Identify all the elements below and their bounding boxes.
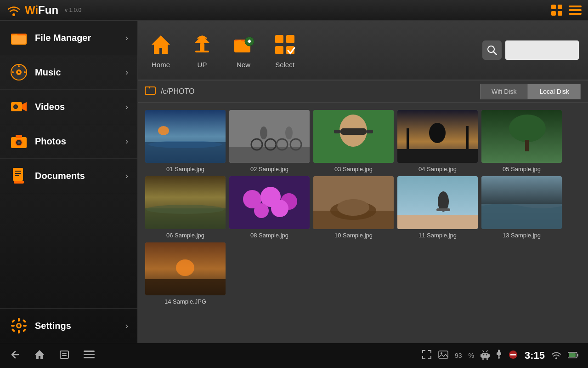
- documents-icon: [9, 166, 28, 185]
- sidebar-item-videos[interactable]: Videos ›: [0, 90, 137, 124]
- photo-thumbnail-8: [313, 176, 394, 229]
- music-arrow: ›: [125, 68, 128, 77]
- photo-item-6[interactable]: 06 Sample.jpg: [145, 176, 226, 239]
- grid-icon: [550, 4, 563, 17]
- expand-icon[interactable]: [422, 350, 432, 362]
- no-sim-icon: [508, 350, 518, 362]
- video-camera-icon: [10, 98, 28, 115]
- photo-name-9: 11 Sample.jpg: [418, 232, 457, 239]
- up-button[interactable]: UP: [188, 32, 216, 69]
- back-button[interactable]: [9, 349, 20, 362]
- svg-rect-103: [60, 351, 68, 358]
- svg-point-15: [12, 71, 14, 73]
- photo-name-4: 04 Sample.jpg: [418, 166, 457, 172]
- photo-item-7[interactable]: 08 Sample.jpg: [229, 176, 310, 239]
- home-button[interactable]: Home: [147, 32, 175, 69]
- photo-thumbnail-10: [481, 176, 562, 229]
- photo-grid: 01 Sample.jpg 02 Sample.jpg 03 Sample.jp…: [138, 103, 588, 343]
- photo-thumbnail-6: [145, 176, 226, 229]
- sidebar-item-photos[interactable]: Photos ›: [0, 124, 137, 159]
- breadcrumb-folder-icon: [145, 85, 156, 95]
- svg-rect-32: [18, 318, 20, 322]
- sidebar-item-settings[interactable]: Settings ›: [0, 308, 137, 343]
- photo-item-3[interactable]: 03 Sample.jpg: [313, 110, 394, 172]
- photo-item-9[interactable]: 11 Sample.jpg: [397, 176, 478, 239]
- bottom-navigation: [9, 349, 95, 362]
- svg-rect-75: [466, 126, 469, 149]
- svg-point-78: [509, 115, 546, 142]
- sidebar-item-file-manager[interactable]: File Manager ›: [0, 21, 137, 55]
- svg-rect-5: [569, 6, 582, 7]
- menu-nav-button[interactable]: [84, 351, 95, 361]
- upload-icon: [191, 33, 214, 56]
- photo-item-5[interactable]: 05 Sample.jpg: [481, 110, 562, 172]
- photo-item-10[interactable]: 13 Sample.jpg: [481, 176, 562, 239]
- photo-thumbnail-9: [397, 176, 478, 229]
- sidebar-item-music[interactable]: Music ›: [0, 55, 137, 90]
- select-button[interactable]: Select: [271, 32, 299, 69]
- battery-indicator-icon: [568, 352, 579, 358]
- back-icon: [9, 349, 20, 360]
- svg-rect-47: [249, 40, 250, 43]
- battery-percentage: 93: [455, 352, 462, 359]
- bottom-bar: 93 %: [0, 343, 588, 368]
- content-area: Home UP: [138, 21, 588, 343]
- photo-item-1[interactable]: 01 Sample.jpg: [145, 110, 226, 172]
- search-input[interactable]: [505, 40, 579, 60]
- battery-percent-sign: %: [469, 352, 474, 359]
- svg-rect-121: [497, 352, 501, 355]
- svg-rect-43: [195, 51, 209, 52]
- local-disk-tab[interactable]: Local Disk: [528, 84, 581, 99]
- photo-name-10: 13 Sample.jpg: [503, 232, 541, 239]
- photo-thumbnail-4: [397, 110, 478, 163]
- photos-icon: [9, 132, 28, 151]
- usb-plug-icon: [496, 350, 502, 360]
- svg-rect-79: [525, 140, 529, 151]
- photo-thumbnail-11: [145, 242, 226, 295]
- documents-arrow: ›: [125, 171, 128, 181]
- photo-name-5: 05 Sample.jpg: [503, 166, 541, 172]
- svg-rect-2: [558, 5, 562, 9]
- photo-thumbnail-1: [145, 110, 226, 163]
- music-note-icon: [10, 63, 28, 81]
- photo-item-11[interactable]: 14 Sample.JPG: [145, 242, 226, 305]
- select-icon: [272, 32, 298, 57]
- clock-display: 3:15: [525, 350, 545, 362]
- svg-point-88: [271, 200, 288, 217]
- photo-item-8[interactable]: 10 Sample.jpg: [313, 176, 394, 239]
- wifi-disk-tab[interactable]: Wifi Disk: [480, 84, 528, 99]
- svg-point-76: [429, 123, 446, 143]
- search-button[interactable]: [482, 40, 502, 60]
- photo-item-4[interactable]: 04 Sample.jpg: [397, 110, 478, 172]
- new-button[interactable]: New: [230, 32, 257, 69]
- wifi-bars-icon: [551, 351, 561, 359]
- fullscreen-icon: [422, 350, 432, 360]
- svg-point-13: [18, 65, 20, 67]
- music-icon: [9, 63, 28, 82]
- menu-button[interactable]: [568, 3, 582, 17]
- home-nav-icon: [34, 349, 45, 360]
- photo-name-11: 14 Sample.JPG: [164, 298, 206, 305]
- photo-name-6: 06 Sample.jpg: [166, 232, 204, 239]
- svg-rect-115: [489, 354, 490, 357]
- sidebar-item-documents[interactable]: Documents ›: [0, 159, 137, 193]
- settings-icon: [9, 316, 28, 335]
- photo-item-2[interactable]: 02 Sample.jpg: [229, 110, 310, 172]
- svg-rect-73: [397, 149, 478, 163]
- svg-point-125: [555, 357, 557, 359]
- photo-thumbnail-2: [229, 110, 310, 163]
- file-manager-arrow: ›: [125, 33, 128, 43]
- svg-point-24: [18, 142, 20, 144]
- new-label: New: [237, 61, 250, 69]
- photo-name-8: 10 Sample.jpg: [334, 232, 373, 239]
- android-icon: [481, 350, 490, 362]
- grid-view-button[interactable]: [549, 3, 564, 17]
- file-manager-icon: [9, 28, 28, 47]
- svg-marker-17: [22, 102, 27, 111]
- svg-rect-36: [11, 319, 15, 323]
- home-nav-button[interactable]: [34, 349, 45, 362]
- svg-rect-38: [11, 328, 15, 332]
- svg-marker-102: [35, 350, 44, 359]
- wifi-logo-icon: [6, 2, 22, 18]
- recents-button[interactable]: [59, 349, 70, 362]
